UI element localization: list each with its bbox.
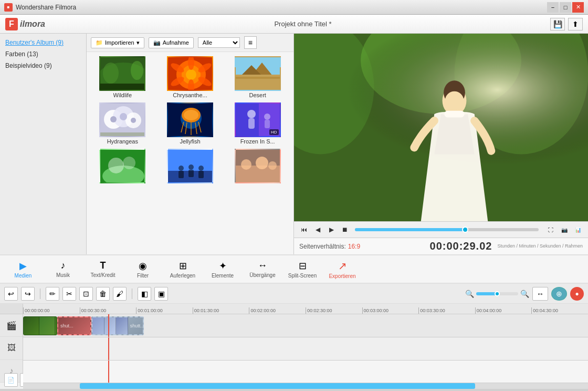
export-button[interactable]: ⬆ [568,18,583,30]
media-item-r3a[interactable] [91,149,154,184]
svg-point-25 [110,116,117,122]
zoom-out-icon[interactable]: 🔍 [465,290,474,298]
media-toolbar: 📁 Importieren ▾ 📷 Aufnahme Alle Video Au… [87,34,293,52]
tool-export[interactable]: ↗ Exportieren [323,256,361,282]
snapshot-button[interactable]: ⊕ [551,287,567,301]
elemente-icon: ✦ [219,260,227,272]
save-button[interactable]: 💾 [550,18,565,30]
redo-button[interactable]: ↪ [21,287,35,301]
zoom-slider[interactable] [476,292,518,295]
svg-rect-28 [100,132,145,137]
playhead-marker [106,314,112,315]
svg-point-55 [198,166,204,171]
color-button[interactable]: 🖌 [113,287,127,301]
tool-musik[interactable]: ♪ Musik [44,256,82,282]
svg-point-61 [268,161,277,170]
stop-button[interactable]: ⏹ [339,224,351,235]
clip-frame-1 [24,317,39,335]
logo-icon: F [5,18,18,30]
svg-point-59 [241,159,251,170]
tool-medien[interactable]: ▶ Medien [4,256,42,282]
play-button[interactable]: ▶ [326,224,337,235]
import-button[interactable]: 📁 Importieren ▾ [91,37,144,48]
ruler-mark-9: 00:04:30:00 [531,307,588,314]
timeline-clip-2[interactable]: shut... [57,316,91,335]
svg-rect-56 [198,171,204,178]
fullscreen-button[interactable]: ⛶ [545,224,556,235]
tool-auferlegen[interactable]: ⊞ Auferlegen [164,256,202,282]
fit-button[interactable]: ↔ [532,287,548,301]
tool-filter[interactable]: ◉ Filter [124,256,162,282]
media-item-r3b[interactable] [159,149,222,184]
svg-rect-54 [188,170,194,177]
scrollbar-thumb[interactable] [80,383,475,389]
media-item-r3c[interactable] [226,149,289,184]
clip-label-3: shutt... [128,323,143,328]
sidebar-item-benutzer[interactable]: Benutzer's Album (9) [0,37,86,48]
playhead-video [108,314,109,337]
undo-button[interactable]: ↩ [4,287,18,301]
svg-point-60 [256,157,268,169]
hd-badge: HD [269,129,279,135]
tool-text[interactable]: T Text/Kredit [84,256,122,282]
progress-bar[interactable] [355,228,539,231]
svg-point-51 [178,166,184,171]
timeline-clip-1[interactable] [23,316,57,335]
sidebar-item-beispiel[interactable]: Beispielvideo (9) [0,60,86,71]
crop-button[interactable]: ⊡ [79,287,93,301]
ruler-mark-8: 00:04:00:00 [475,307,532,314]
timeline-body: 00:00:00:00 00:00:30:00 00:01:00:00 00:0… [0,304,588,389]
timeline-scrollbar[interactable] [23,383,588,389]
maximize-button[interactable]: □ [560,2,571,13]
media-item-wildlife[interactable]: Wildlife [91,56,154,98]
timeline-clip-3[interactable]: shutt... [91,316,144,335]
track-right-button[interactable]: ▣ [154,287,168,301]
volume-button[interactable]: 📊 [572,224,584,235]
aspect-value: 16:9 [348,243,360,250]
screenshot-button[interactable]: 📷 [559,224,570,235]
ruler-mark-1: 00:00:30:00 [80,307,136,314]
svg-rect-52 [178,171,184,178]
step-back-button[interactable]: ◀ [312,224,323,235]
media-label-chrysanthemum: Chrysanthe... [173,92,207,98]
track-content: shut... shutt... [23,314,588,383]
media-grid: Wildlife [87,52,293,254]
media-thumb-r3c [235,149,281,183]
scissors-button[interactable]: ✂ [62,287,76,301]
media-item-desert[interactable]: Desert [226,56,289,98]
media-label-frozen: Frozen In S... [240,138,275,145]
sidebar-icon-btn-1[interactable]: 📄 [4,373,18,387]
record-timeline-button[interactable]: ● [570,287,584,301]
record-button[interactable]: 📷 Aufnahme [149,37,194,48]
track-left-button[interactable]: ◧ [138,287,151,301]
tool-uebergaenge[interactable]: ↔ Übergänge [244,256,281,282]
logo-text: ilmora [20,19,45,29]
tool-elemente[interactable]: ✦ Elemente [204,256,242,282]
left-panel: Benutzer's Album (9) Farben (13) Beispie… [0,34,294,254]
minimize-button[interactable]: − [547,2,559,13]
delete-button[interactable]: 🗑 [96,287,110,301]
musik-icon: ♪ [61,260,66,271]
svg-rect-42 [248,118,255,129]
filter-select[interactable]: Alle Video Audio Bilder [198,37,240,48]
media-label-jellyfish: Jellyfish [180,138,200,145]
media-thumb-desert [235,56,281,91]
media-item-hydrangeas[interactable]: Hydrangeas [91,102,154,145]
close-button[interactable]: ✕ [572,2,584,13]
view-options-button[interactable]: ≡ [244,36,257,49]
media-item-jellyfish[interactable]: Jellyfish [159,102,222,145]
timecode: 00:00:29.02 [430,240,492,252]
pencil-button[interactable]: ✏ [46,287,59,301]
progress-knob[interactable] [462,227,468,233]
zoom-in-icon[interactable]: 🔍 [520,290,529,298]
ruler-mark-3: 00:01:30:00 [193,307,249,314]
sidebar-item-farben[interactable]: Farben (13) [0,48,86,60]
media-thumb-frozen: HD [235,102,281,137]
media-item-chrysanthemum[interactable]: Chrysanthe... [159,56,222,98]
tool-split[interactable]: ⊟ Split-Screen [284,256,321,282]
clip-frame-3c [116,317,128,334]
skip-back-button[interactable]: ⏮ [298,224,310,235]
preview-video [294,34,588,221]
svg-rect-20 [236,75,281,77]
media-item-frozen[interactable]: HD Frozen In S... [226,102,289,145]
